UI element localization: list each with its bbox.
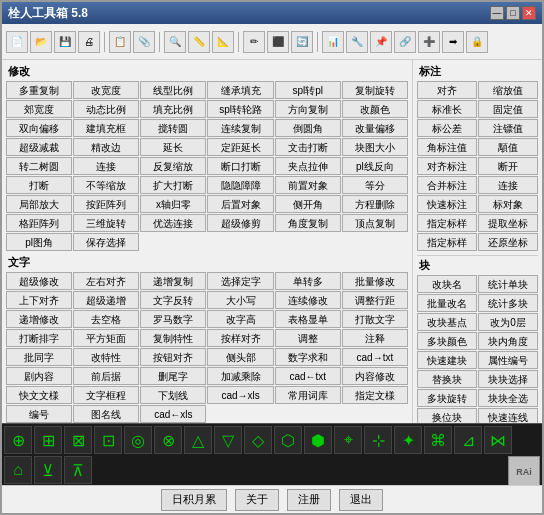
modify-btn-17[interactable]: 改量偏移 <box>342 119 408 137</box>
modify-btn-31[interactable]: 不等缩放 <box>73 176 139 194</box>
toolbar-arrow[interactable]: ➡ <box>442 31 464 53</box>
modify-btn-24[interactable]: 转二树圆 <box>6 157 72 175</box>
text-btn-7[interactable]: 超级递增 <box>73 291 139 309</box>
toolbar-shape[interactable]: ⬛ <box>267 31 289 53</box>
block-btn-7[interactable]: 块内角度 <box>478 332 538 350</box>
icon-btn-9[interactable]: ⬡ <box>274 426 302 454</box>
block-btn-0[interactable]: 改块名 <box>417 275 477 293</box>
text-btn-40[interactable]: 常用词库 <box>275 386 341 404</box>
modify-btn-6[interactable]: 郊宽度 <box>6 100 72 118</box>
annotation-btn-3[interactable]: 固定值 <box>478 100 538 118</box>
modify-btn-33[interactable]: 隐隐障障 <box>207 176 273 194</box>
toolbar-add[interactable]: ➕ <box>418 31 440 53</box>
annotation-btn-16[interactable]: 指定标样 <box>417 233 477 251</box>
modify-btn-39[interactable]: 后置对象 <box>207 195 273 213</box>
bottom-btn-0[interactable]: 日积月累 <box>161 489 227 511</box>
modify-btn-38[interactable]: x轴归零 <box>140 195 206 213</box>
toolbar-table[interactable]: 📊 <box>322 31 344 53</box>
annotation-btn-1[interactable]: 缩放值 <box>478 81 538 99</box>
annotation-btn-11[interactable]: 连接 <box>478 176 538 194</box>
annotation-btn-7[interactable]: 顒值 <box>478 138 538 156</box>
modify-btn-35[interactable]: 等分 <box>342 176 408 194</box>
annotation-btn-10[interactable]: 合并标注 <box>417 176 477 194</box>
toolbar-open[interactable]: 📂 <box>30 31 52 53</box>
text-btn-31[interactable]: 前后据 <box>73 367 139 385</box>
text-btn-27[interactable]: 侧头部 <box>207 348 273 366</box>
modify-btn-1[interactable]: 改宽度 <box>73 81 139 99</box>
text-btn-37[interactable]: 文字框程 <box>73 386 139 404</box>
icon-btn-8[interactable]: ◇ <box>244 426 272 454</box>
modify-btn-42[interactable]: 格距阵列 <box>6 214 72 232</box>
icon-btn-5[interactable]: ⊗ <box>154 426 182 454</box>
modify-btn-4[interactable]: spl转pl <box>275 81 341 99</box>
modify-btn-3[interactable]: 缝承填充 <box>207 81 273 99</box>
annotation-btn-13[interactable]: 标对象 <box>478 195 538 213</box>
toolbar-measure[interactable]: 📏 <box>188 31 210 53</box>
toolbar-paste[interactable]: 📎 <box>133 31 155 53</box>
annotation-btn-4[interactable]: 标公差 <box>417 119 477 137</box>
text-btn-16[interactable]: 表格显单 <box>275 310 341 328</box>
block-btn-15[interactable]: 快速连线 <box>478 408 538 423</box>
toolbar-new[interactable]: 📄 <box>6 31 28 53</box>
modify-btn-11[interactable]: 改颜色 <box>342 100 408 118</box>
text-btn-23[interactable]: 注释 <box>342 329 408 347</box>
icon-btn-1[interactable]: ⊞ <box>34 426 62 454</box>
modify-btn-19[interactable]: 精改边 <box>73 138 139 156</box>
annotation-btn-8[interactable]: 对齐标注 <box>417 157 477 175</box>
block-btn-2[interactable]: 批量改名 <box>417 294 477 312</box>
toolbar-print[interactable]: 🖨 <box>78 31 100 53</box>
modify-btn-16[interactable]: 倒圆角 <box>275 119 341 137</box>
modify-btn-48[interactable]: pl图角 <box>6 233 72 251</box>
text-btn-14[interactable]: 罗马数字 <box>140 310 206 328</box>
modify-btn-36[interactable]: 局部放大 <box>6 195 72 213</box>
text-btn-44[interactable]: cad←xls <box>140 405 206 423</box>
icon-btn-18[interactable]: ⊻ <box>34 456 62 484</box>
annotation-btn-9[interactable]: 断开 <box>478 157 538 175</box>
toolbar-save[interactable]: 💾 <box>54 31 76 53</box>
text-btn-5[interactable]: 批量修改 <box>342 272 408 290</box>
icon-btn-19[interactable]: ⊼ <box>64 456 92 484</box>
modify-btn-10[interactable]: 方向复制 <box>275 100 341 118</box>
text-btn-9[interactable]: 大小写 <box>207 291 273 309</box>
modify-btn-43[interactable]: 三维旋转 <box>73 214 139 232</box>
block-btn-12[interactable]: 多块旋转 <box>417 389 477 407</box>
modify-btn-7[interactable]: 动态比例 <box>73 100 139 118</box>
text-btn-30[interactable]: 剧内容 <box>6 367 72 385</box>
text-btn-2[interactable]: 递增复制 <box>140 272 206 290</box>
icon-btn-17[interactable]: ⌂ <box>4 456 32 484</box>
modify-btn-27[interactable]: 断口打断 <box>207 157 273 175</box>
text-btn-29[interactable]: cad→txt <box>342 348 408 366</box>
annotation-btn-17[interactable]: 还原坐标 <box>478 233 538 251</box>
text-btn-38[interactable]: 下划线 <box>140 386 206 404</box>
modify-btn-32[interactable]: 扩大打断 <box>140 176 206 194</box>
text-btn-21[interactable]: 按样对齐 <box>207 329 273 347</box>
modify-btn-22[interactable]: 文击打断 <box>275 138 341 156</box>
modify-btn-28[interactable]: 夹点拉伸 <box>275 157 341 175</box>
text-btn-10[interactable]: 连续修改 <box>275 291 341 309</box>
text-btn-12[interactable]: 递增修改 <box>6 310 72 328</box>
modify-btn-47[interactable]: 顶点复制 <box>342 214 408 232</box>
toolbar-angle[interactable]: 📐 <box>212 31 234 53</box>
icon-btn-15[interactable]: ⊿ <box>454 426 482 454</box>
block-btn-13[interactable]: 块块全选 <box>478 389 538 407</box>
toolbar-zoom[interactable]: 🔍 <box>164 31 186 53</box>
modify-btn-21[interactable]: 定距延长 <box>207 138 273 156</box>
modify-btn-44[interactable]: 优选连接 <box>140 214 206 232</box>
annotation-btn-2[interactable]: 标准长 <box>417 100 477 118</box>
block-btn-4[interactable]: 改块基点 <box>417 313 477 331</box>
text-btn-39[interactable]: cad→xls <box>207 386 273 404</box>
annotation-btn-5[interactable]: 注镖值 <box>478 119 538 137</box>
block-btn-8[interactable]: 快速建块 <box>417 351 477 369</box>
block-btn-11[interactable]: 块块选择 <box>478 370 538 388</box>
modify-btn-18[interactable]: 超级减裁 <box>6 138 72 156</box>
block-btn-5[interactable]: 改为0层 <box>478 313 538 331</box>
modify-btn-5[interactable]: 复制旋转 <box>342 81 408 99</box>
modify-btn-13[interactable]: 建填充框 <box>73 119 139 137</box>
annotation-btn-0[interactable]: 对齐 <box>417 81 477 99</box>
modify-btn-41[interactable]: 方程删除 <box>342 195 408 213</box>
icon-btn-16[interactable]: ⋈ <box>484 426 512 454</box>
text-btn-6[interactable]: 上下对齐 <box>6 291 72 309</box>
modify-btn-49[interactable]: 保存选择 <box>73 233 139 251</box>
text-btn-34[interactable]: cad←txt <box>275 367 341 385</box>
text-btn-11[interactable]: 调整行距 <box>342 291 408 309</box>
